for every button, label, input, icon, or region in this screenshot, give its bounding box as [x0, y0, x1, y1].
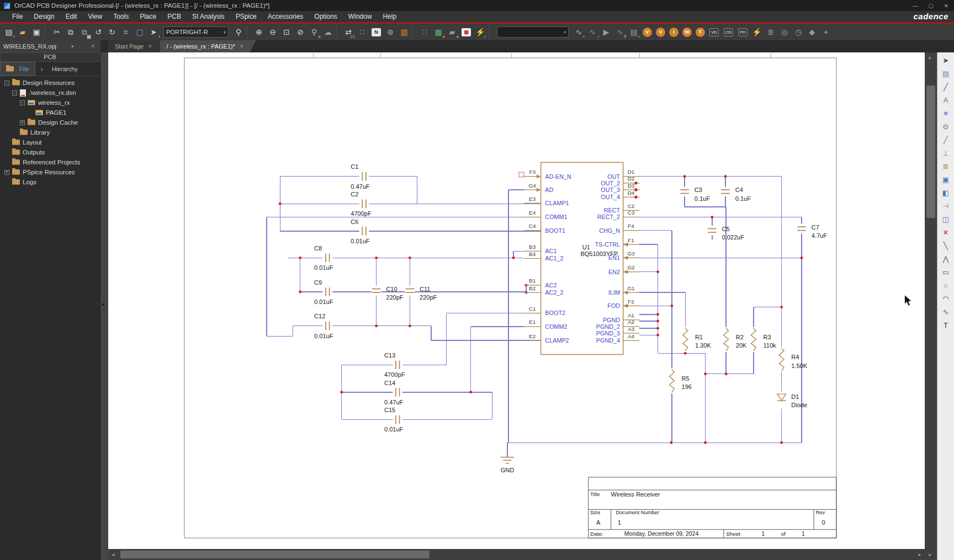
- undo-button[interactable]: ↺: [92, 25, 105, 39]
- menu-place[interactable]: Place: [134, 12, 162, 22]
- menu-edit[interactable]: Edit: [60, 12, 83, 22]
- project-tab-dropdown-icon[interactable]: ▾: [69, 44, 76, 49]
- voltage-probe-button[interactable]: V: [643, 28, 652, 37]
- find-component-button[interactable]: ⚲●: [308, 25, 321, 39]
- menu-view[interactable]: View: [82, 12, 108, 22]
- place-ellipse-tool[interactable]: ○: [939, 279, 952, 292]
- power-display-button[interactable]: PD: [738, 28, 748, 36]
- tree-item-outputs[interactable]: Outputs: [0, 147, 100, 157]
- ic-U1[interactable]: F3AD-EN_NG4ADE3CLAMP1E4COMM1C4BOOT1B3AC1…: [519, 162, 640, 354]
- area-select-button[interactable]: ▢: [133, 25, 146, 39]
- menu-accessories[interactable]: Accessories: [262, 12, 309, 22]
- wires[interactable]: [267, 177, 802, 457]
- orientation-button[interactable]: ⌖: [819, 25, 833, 39]
- locate-button[interactable]: ◎: [778, 25, 791, 39]
- power-dissipation-button[interactable]: ⚡: [750, 25, 764, 39]
- menu-design[interactable]: Design: [28, 12, 60, 22]
- collapse-panel-icon[interactable]: ◂: [102, 301, 104, 307]
- expand-icon[interactable]: +: [20, 120, 25, 125]
- snap-to-grid-button[interactable]: ⌗: [119, 25, 132, 39]
- simulation-profile-combo[interactable]: ▾: [497, 26, 569, 38]
- place-part-tool[interactable]: ▤: [939, 67, 952, 80]
- place-off-page-connector-tool[interactable]: ◫: [939, 213, 952, 226]
- place-wire-tool[interactable]: ╱: [939, 81, 952, 93]
- tree-item-logs[interactable]: Logs: [0, 177, 100, 187]
- menu-tools[interactable]: Tools: [108, 12, 134, 22]
- collapse-icon[interactable]: -: [20, 100, 25, 105]
- annotate-button[interactable]: ⇄10: [342, 25, 355, 39]
- minimize-icon[interactable]: —: [908, 3, 923, 9]
- save-document-button[interactable]: ▣: [30, 25, 43, 39]
- tab-close-icon[interactable]: ✕: [240, 44, 244, 49]
- menu-file[interactable]: File: [7, 12, 28, 22]
- edit-simulation-profile-button[interactable]: ∿/: [586, 25, 599, 39]
- menu-pcb[interactable]: PCB: [162, 12, 187, 22]
- resistor-R5[interactable]: R5196: [667, 369, 692, 393]
- place-bus-entry-tool[interactable]: ╱: [939, 134, 952, 146]
- new-design-button[interactable]: ▤+: [2, 25, 15, 39]
- snapshot-button[interactable]: ☁: [321, 25, 335, 39]
- place-text-tool[interactable]: T: [939, 319, 952, 332]
- place-ground-tool[interactable]: ≣: [939, 160, 952, 173]
- current-probe-button[interactable]: I: [669, 28, 679, 37]
- resistor-R2[interactable]: R220K: [722, 327, 747, 352]
- project-tab-close-icon[interactable]: ✕: [88, 44, 97, 49]
- place-bezier-tool[interactable]: ∿: [939, 306, 952, 318]
- update-properties-button[interactable]: ⊚: [384, 25, 397, 39]
- menu-si-analysis[interactable]: SI Analysis: [187, 12, 230, 22]
- open-document-button[interactable]: ▰: [16, 25, 29, 39]
- panel-splitter[interactable]: ◂: [100, 52, 108, 560]
- tree-item-pspice-resources[interactable]: +PSpice Resources: [0, 167, 100, 177]
- search-button[interactable]: ⚲: [232, 25, 245, 39]
- horizontal-scrollbar[interactable]: ◄ ►: [108, 549, 925, 560]
- collapse-icon[interactable]: -: [12, 90, 17, 95]
- new-layout-button[interactable]: ▦●: [432, 25, 445, 39]
- ground-symbol[interactable]: GND: [501, 457, 515, 474]
- tab-schematic-page[interactable]: / - (wireless_rx : PAGE1)*✕: [160, 40, 256, 52]
- combo-arrow-icon[interactable]: ▾: [220, 30, 226, 35]
- place-arc-tool[interactable]: ◠: [939, 292, 952, 305]
- change-design-button[interactable]: ▰●: [446, 25, 459, 39]
- place-rectangle-tool[interactable]: ▭: [939, 266, 952, 279]
- voltage-diff-probe-button[interactable]: V: [656, 28, 665, 37]
- scroll-down-icon[interactable]: ▼: [925, 550, 935, 560]
- cut-button[interactable]: ✂: [50, 25, 63, 39]
- project-tab[interactable]: WIRELESS_RX.opj ▾ ✕: [0, 40, 100, 52]
- design-sync-button[interactable]: ∷: [418, 25, 431, 39]
- view-simulation-results-button[interactable]: ∿⚲: [613, 25, 627, 39]
- place-junction-tool[interactable]: ⊙: [939, 120, 952, 133]
- tree-item--wireless-rx-dsn[interactable]: -.\wireless_rx.dsn: [0, 88, 100, 98]
- current-display-button[interactable]: CD: [724, 28, 733, 36]
- menu-pspice[interactable]: PSpice: [230, 12, 262, 22]
- place-no-connect-tool[interactable]: ✕: [939, 226, 952, 239]
- part-manager-button[interactable]: ▥: [398, 25, 411, 39]
- run-simulation-button[interactable]: ▶: [600, 25, 613, 39]
- scroll-left-icon[interactable]: ◄: [108, 550, 118, 559]
- place-line-tool[interactable]: ╲: [939, 239, 952, 252]
- scroll-right-icon[interactable]: ►: [915, 550, 925, 559]
- copy-button[interactable]: ⧉: [64, 25, 77, 39]
- vertical-scroll-thumb[interactable]: [926, 86, 935, 218]
- tree-item-layout[interactable]: Layout: [0, 137, 100, 147]
- place-polyline-tool[interactable]: ⋀: [939, 253, 952, 265]
- drag-connect-button[interactable]: ➤!: [147, 25, 160, 39]
- redo-button[interactable]: ↻: [105, 25, 119, 39]
- horizontal-scroll-thumb[interactable]: [120, 551, 430, 558]
- resistor-R1[interactable]: R11.30K: [681, 327, 712, 352]
- panel-tab-hierarchy[interactable]: ⊦Hierarchy: [35, 62, 83, 76]
- signal-levels-button[interactable]: ≣: [764, 25, 777, 39]
- tree-item-referenced-projects[interactable]: Referenced Projects: [0, 157, 100, 167]
- resistor-R3[interactable]: R3110k: [749, 327, 776, 352]
- resistor-R4[interactable]: R41.50K: [777, 347, 808, 372]
- place-hierarchical-pin-tool[interactable]: ⊣: [939, 200, 952, 212]
- menu-help[interactable]: Help: [377, 12, 402, 22]
- maximize-icon[interactable]: ▢: [923, 3, 939, 9]
- close-icon[interactable]: ✕: [939, 3, 954, 9]
- back-annotate-button[interactable]: ∷: [356, 25, 369, 39]
- schematic-drawing[interactable]: C10.47uFC24700pFC60.01uFC80.01uFC90.01uF…: [108, 52, 925, 549]
- new-simulation-profile-button[interactable]: ∿+: [572, 25, 585, 39]
- place-simulation-part-button[interactable]: ▤+: [627, 25, 640, 39]
- place-power-tool[interactable]: ⊥: [939, 147, 952, 159]
- place-hierarchical-port-tool[interactable]: ◧: [939, 186, 952, 199]
- design-rules-check-button[interactable]: ⚡✓: [474, 25, 487, 39]
